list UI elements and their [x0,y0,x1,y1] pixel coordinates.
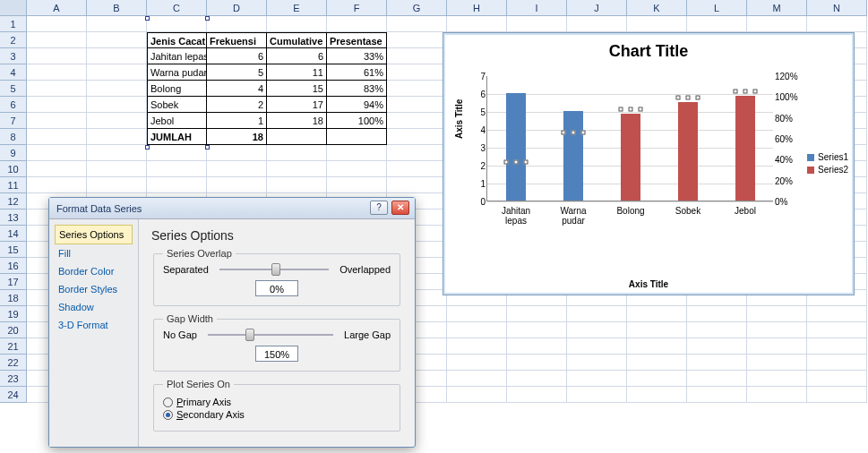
row-header[interactable]: 19 [0,306,27,322]
row-header[interactable]: 16 [0,258,27,274]
select-all-corner[interactable] [0,0,27,16]
row-header[interactable]: 4 [0,64,27,81]
cell[interactable]: 2 [207,97,267,113]
column-header[interactable]: G [387,0,447,16]
secondary-axis-radio[interactable]: Secondary Axis [163,409,391,420]
side-shadow[interactable]: Shadow [55,298,133,316]
cell[interactable] [27,81,87,97]
cell[interactable] [507,338,567,355]
cell[interactable] [627,306,687,322]
cell[interactable] [567,355,627,371]
column-header[interactable]: C [147,0,207,16]
cell[interactable] [567,16,627,32]
close-button[interactable]: ✕ [391,201,409,215]
cell[interactable] [447,322,507,338]
cell[interactable] [627,338,687,355]
cell[interactable] [27,161,87,177]
gap-value-input[interactable]: 150% [255,346,298,362]
chart-legend[interactable]: Series1 Series2 [807,150,848,177]
cell[interactable] [387,113,447,129]
cell[interactable] [327,161,387,177]
cell[interactable]: 11 [267,64,327,81]
cell[interactable] [147,161,207,177]
row-header[interactable]: 15 [0,242,27,258]
cell[interactable] [447,355,507,371]
cell[interactable] [87,177,147,193]
cell[interactable] [387,48,447,64]
row-header[interactable]: 12 [0,193,27,209]
row-header[interactable]: 24 [0,387,27,403]
cell[interactable] [207,161,267,177]
cell[interactable] [27,113,87,129]
cell[interactable] [207,145,267,161]
cell[interactable] [807,306,867,322]
cell[interactable] [507,16,567,32]
format-data-series-dialog[interactable]: Format Data Series ? ✕ Series Options Fi… [48,197,416,448]
bar-series2[interactable] [678,102,698,201]
cell[interactable] [27,16,87,32]
bar-series1[interactable] [563,111,583,201]
bar-series2[interactable] [735,96,755,201]
cell[interactable] [567,387,627,403]
cell[interactable] [747,387,807,403]
cell[interactable] [87,113,147,129]
cell[interactable] [747,322,807,338]
cell[interactable] [567,306,627,322]
cell[interactable] [687,338,747,355]
cell[interactable] [27,64,87,81]
cell[interactable] [27,177,87,193]
cell[interactable] [687,306,747,322]
row-header[interactable]: 7 [0,113,27,129]
plot-area[interactable]: 012345670%20%40%60%80%100%120%Jahitan le… [486,76,773,201]
cell[interactable]: 6 [267,48,327,64]
cell[interactable]: 5 [207,64,267,81]
cell[interactable] [387,129,447,145]
cell[interactable] [27,97,87,113]
side-fill[interactable]: Fill [55,244,133,262]
row-header[interactable]: 20 [0,322,27,338]
row-header[interactable]: 21 [0,338,27,355]
cell[interactable] [447,338,507,355]
cell[interactable]: 17 [267,97,327,113]
cell[interactable] [267,16,327,32]
dialog-titlebar[interactable]: Format Data Series ? ✕ [49,198,415,219]
cell[interactable] [87,97,147,113]
cell[interactable] [807,387,867,403]
row-header[interactable]: 3 [0,48,27,64]
cell[interactable] [387,177,447,193]
cell[interactable] [807,355,867,371]
row-header[interactable]: 13 [0,209,27,226]
cell[interactable] [507,387,567,403]
cell[interactable]: 33% [327,48,387,64]
cell[interactable]: Jahitan lepas [147,48,207,64]
row-header[interactable]: 9 [0,145,27,161]
cell[interactable] [267,161,327,177]
overlap-slider[interactable] [219,269,329,270]
cell[interactable] [447,387,507,403]
cell[interactable] [207,177,267,193]
row-header[interactable]: 18 [0,290,27,306]
cell[interactable] [447,16,507,32]
column-header[interactable]: B [87,0,147,16]
cell[interactable]: 18 [267,113,327,129]
cell[interactable] [387,16,447,32]
cell[interactable] [747,371,807,387]
cell[interactable] [27,32,87,48]
cell[interactable] [747,338,807,355]
help-button[interactable]: ? [370,201,388,215]
cell[interactable]: Frekuensi [207,32,267,48]
cell[interactable] [627,387,687,403]
column-header[interactable]: I [507,0,567,16]
chart-title[interactable]: Chart Title [443,33,854,61]
cell[interactable] [87,81,147,97]
cell[interactable] [27,145,87,161]
row-header[interactable]: 17 [0,274,27,290]
side-3d-format[interactable]: 3-D Format [55,316,133,334]
side-border-color[interactable]: Border Color [55,262,133,280]
gap-slider[interactable] [208,334,333,336]
cell[interactable]: 94% [327,97,387,113]
column-header[interactable]: E [267,0,327,16]
cell[interactable] [147,177,207,193]
cell[interactable] [567,322,627,338]
cell[interactable]: 4 [207,81,267,97]
